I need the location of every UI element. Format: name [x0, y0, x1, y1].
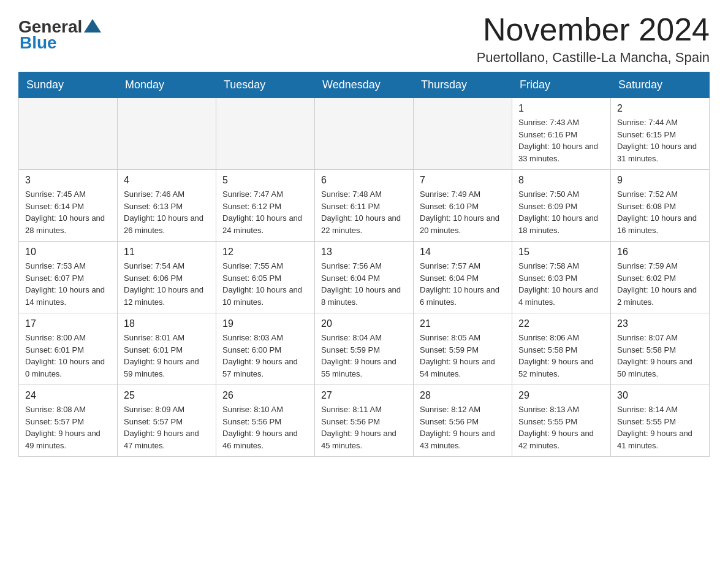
day-info: Sunrise: 8:10 AMSunset: 5:56 PMDaylight:… [222, 404, 308, 451]
calendar-cell: 21Sunrise: 8:05 AMSunset: 5:59 PMDayligh… [414, 313, 512, 385]
logo: General Blue [18, 18, 101, 53]
day-number: 30 [617, 390, 703, 401]
day-number: 24 [25, 390, 111, 401]
day-number: 14 [420, 247, 506, 258]
column-header-monday: Monday [118, 72, 216, 98]
day-number: 7 [420, 175, 506, 186]
calendar-cell [414, 98, 512, 170]
day-number: 15 [518, 247, 604, 258]
calendar-cell: 16Sunrise: 7:59 AMSunset: 6:02 PMDayligh… [611, 242, 710, 313]
calendar-cell: 4Sunrise: 7:46 AMSunset: 6:13 PMDaylight… [118, 170, 216, 242]
calendar-cell: 17Sunrise: 8:00 AMSunset: 6:01 PMDayligh… [19, 313, 118, 385]
calendar-week-1: 1Sunrise: 7:43 AMSunset: 6:16 PMDaylight… [19, 98, 710, 170]
location-text: Puertollano, Castille-La Mancha, Spain [477, 50, 710, 66]
day-number: 23 [617, 318, 703, 329]
day-number: 6 [321, 175, 407, 186]
day-number: 4 [124, 175, 210, 186]
month-title: November 2024 [477, 12, 710, 47]
day-number: 28 [420, 390, 506, 401]
calendar-cell: 24Sunrise: 8:08 AMSunset: 5:57 PMDayligh… [19, 385, 118, 457]
calendar-cell: 25Sunrise: 8:09 AMSunset: 5:57 PMDayligh… [118, 385, 216, 457]
day-number: 17 [25, 318, 111, 329]
column-header-tuesday: Tuesday [216, 72, 315, 98]
day-info: Sunrise: 7:44 AMSunset: 6:15 PMDaylight:… [617, 117, 703, 164]
day-info: Sunrise: 7:56 AMSunset: 6:04 PMDaylight:… [321, 260, 407, 308]
day-info: Sunrise: 7:45 AMSunset: 6:14 PMDaylight:… [25, 188, 111, 236]
calendar-cell: 15Sunrise: 7:58 AMSunset: 6:03 PMDayligh… [512, 242, 611, 313]
day-info: Sunrise: 7:57 AMSunset: 6:04 PMDaylight:… [420, 260, 506, 308]
calendar-cell: 30Sunrise: 8:14 AMSunset: 5:55 PMDayligh… [611, 385, 710, 457]
day-number: 10 [25, 247, 111, 258]
day-info: Sunrise: 7:59 AMSunset: 6:02 PMDaylight:… [617, 260, 703, 308]
day-number: 13 [321, 247, 407, 258]
calendar-cell: 5Sunrise: 7:47 AMSunset: 6:12 PMDaylight… [216, 170, 315, 242]
day-number: 12 [222, 247, 308, 258]
day-number: 25 [124, 390, 210, 401]
day-info: Sunrise: 8:01 AMSunset: 6:01 PMDaylight:… [124, 332, 210, 380]
calendar-week-2: 3Sunrise: 7:45 AMSunset: 6:14 PMDaylight… [19, 170, 710, 242]
calendar-week-3: 10Sunrise: 7:53 AMSunset: 6:07 PMDayligh… [19, 242, 710, 313]
calendar-cell [19, 98, 118, 170]
day-info: Sunrise: 7:50 AMSunset: 6:09 PMDaylight:… [518, 188, 604, 236]
calendar-cell: 22Sunrise: 8:06 AMSunset: 5:58 PMDayligh… [512, 313, 611, 385]
logo-blue-text: Blue [20, 33, 57, 53]
day-number: 29 [518, 390, 604, 401]
day-number: 8 [518, 175, 604, 186]
calendar-header-row: SundayMondayTuesdayWednesdayThursdayFrid… [19, 72, 710, 98]
calendar-cell: 12Sunrise: 7:55 AMSunset: 6:05 PMDayligh… [216, 242, 315, 313]
calendar-cell: 11Sunrise: 7:54 AMSunset: 6:06 PMDayligh… [118, 242, 216, 313]
day-info: Sunrise: 7:55 AMSunset: 6:05 PMDaylight:… [222, 260, 308, 308]
column-header-sunday: Sunday [19, 72, 118, 98]
day-number: 3 [25, 175, 111, 186]
title-area: November 2024 Puertollano, Castille-La M… [477, 12, 710, 66]
day-info: Sunrise: 7:58 AMSunset: 6:03 PMDaylight:… [518, 260, 604, 308]
calendar-cell [118, 98, 216, 170]
day-info: Sunrise: 8:03 AMSunset: 6:00 PMDaylight:… [222, 332, 308, 380]
calendar-cell: 13Sunrise: 7:56 AMSunset: 6:04 PMDayligh… [315, 242, 414, 313]
calendar-cell: 28Sunrise: 8:12 AMSunset: 5:56 PMDayligh… [414, 385, 512, 457]
calendar-cell: 10Sunrise: 7:53 AMSunset: 6:07 PMDayligh… [19, 242, 118, 313]
column-header-thursday: Thursday [414, 72, 512, 98]
page-header: General Blue November 2024 Puertollano, … [18, 12, 710, 66]
calendar-cell: 3Sunrise: 7:45 AMSunset: 6:14 PMDaylight… [19, 170, 118, 242]
calendar-cell [315, 98, 414, 170]
day-number: 16 [617, 247, 703, 258]
day-info: Sunrise: 8:11 AMSunset: 5:56 PMDaylight:… [321, 404, 407, 451]
calendar-cell: 9Sunrise: 7:52 AMSunset: 6:08 PMDaylight… [611, 170, 710, 242]
calendar-cell: 23Sunrise: 8:07 AMSunset: 5:58 PMDayligh… [611, 313, 710, 385]
calendar-cell: 19Sunrise: 8:03 AMSunset: 6:00 PMDayligh… [216, 313, 315, 385]
day-number: 1 [518, 103, 604, 114]
calendar-cell: 18Sunrise: 8:01 AMSunset: 6:01 PMDayligh… [118, 313, 216, 385]
day-info: Sunrise: 7:48 AMSunset: 6:11 PMDaylight:… [321, 188, 407, 236]
calendar-body: 1Sunrise: 7:43 AMSunset: 6:16 PMDaylight… [19, 98, 710, 457]
day-number: 11 [124, 247, 210, 258]
calendar-cell: 14Sunrise: 7:57 AMSunset: 6:04 PMDayligh… [414, 242, 512, 313]
day-number: 22 [518, 318, 604, 329]
calendar-week-4: 17Sunrise: 8:00 AMSunset: 6:01 PMDayligh… [19, 313, 710, 385]
day-info: Sunrise: 8:14 AMSunset: 5:55 PMDaylight:… [617, 404, 703, 451]
day-number: 2 [617, 103, 703, 114]
day-number: 21 [420, 318, 506, 329]
column-header-saturday: Saturday [611, 72, 710, 98]
day-info: Sunrise: 8:07 AMSunset: 5:58 PMDaylight:… [617, 332, 703, 380]
day-info: Sunrise: 8:08 AMSunset: 5:57 PMDaylight:… [25, 404, 111, 451]
calendar-cell: 26Sunrise: 8:10 AMSunset: 5:56 PMDayligh… [216, 385, 315, 457]
calendar-cell: 20Sunrise: 8:04 AMSunset: 5:59 PMDayligh… [315, 313, 414, 385]
day-number: 27 [321, 390, 407, 401]
day-info: Sunrise: 7:46 AMSunset: 6:13 PMDaylight:… [124, 188, 210, 236]
calendar-cell: 29Sunrise: 8:13 AMSunset: 5:55 PMDayligh… [512, 385, 611, 457]
day-info: Sunrise: 8:12 AMSunset: 5:56 PMDaylight:… [420, 404, 506, 451]
calendar-cell: 2Sunrise: 7:44 AMSunset: 6:15 PMDaylight… [611, 98, 710, 170]
day-info: Sunrise: 8:00 AMSunset: 6:01 PMDaylight:… [25, 332, 111, 380]
day-info: Sunrise: 7:53 AMSunset: 6:07 PMDaylight:… [25, 260, 111, 308]
day-info: Sunrise: 8:13 AMSunset: 5:55 PMDaylight:… [518, 404, 604, 451]
calendar-table: SundayMondayTuesdayWednesdayThursdayFrid… [18, 72, 710, 457]
day-info: Sunrise: 7:43 AMSunset: 6:16 PMDaylight:… [518, 117, 604, 164]
day-info: Sunrise: 8:04 AMSunset: 5:59 PMDaylight:… [321, 332, 407, 380]
calendar-cell: 27Sunrise: 8:11 AMSunset: 5:56 PMDayligh… [315, 385, 414, 457]
day-number: 5 [222, 175, 308, 186]
day-info: Sunrise: 7:52 AMSunset: 6:08 PMDaylight:… [617, 188, 703, 236]
calendar-cell: 1Sunrise: 7:43 AMSunset: 6:16 PMDaylight… [512, 98, 611, 170]
day-info: Sunrise: 7:49 AMSunset: 6:10 PMDaylight:… [420, 188, 506, 236]
logo-triangle-icon [84, 19, 101, 33]
